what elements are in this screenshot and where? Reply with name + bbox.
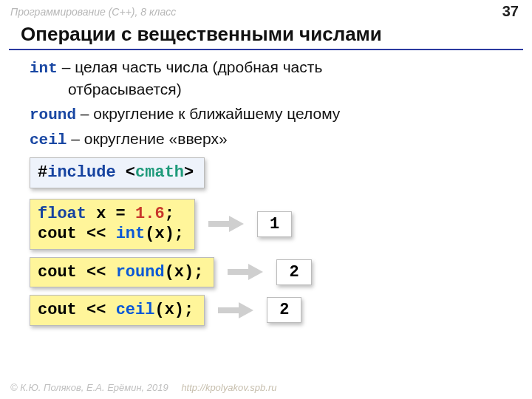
- tok-arg1: (x): [145, 225, 174, 243]
- footer-url: http://kpolyakov.spb.ru: [181, 382, 276, 393]
- tok-semi2: ;: [174, 225, 184, 243]
- row-ceil: cout << ceil(x); 2: [30, 295, 511, 326]
- tok-cout1: cout <<: [38, 225, 116, 243]
- kw-round: round: [30, 106, 76, 123]
- tok-intfn: int: [116, 225, 146, 243]
- tok-semi3: ;: [194, 263, 203, 282]
- result-ceil: 2: [267, 297, 301, 323]
- tok-arg2: (x): [165, 263, 194, 282]
- tok-gt: >: [184, 163, 194, 182]
- svg-marker-3: [248, 264, 263, 280]
- arrow-icon: [228, 262, 263, 282]
- tok-hash: #: [38, 163, 47, 182]
- tok-xeq: x =: [86, 205, 135, 223]
- arrow-icon: [208, 214, 244, 233]
- tok-include: include: [47, 163, 115, 182]
- code-include: #include <cmath>: [30, 157, 205, 188]
- arrow-icon: [218, 301, 253, 320]
- footer: © К.Ю. Поляков, Е.А. Ерёмин, 2019 http:/…: [10, 382, 276, 393]
- result-round: 2: [276, 259, 311, 285]
- tok-lt: <: [126, 163, 135, 182]
- def-round-text: – округление к ближайшему целому: [76, 105, 340, 122]
- copyright: © К.Ю. Поляков, Е.А. Ерёмин, 2019: [10, 382, 168, 393]
- row-int: float x = 1.6; cout << int(x); 1: [30, 199, 511, 250]
- tok-float: float: [38, 205, 86, 223]
- page-number: 37: [502, 3, 519, 20]
- kw-ceil: ceil: [30, 132, 66, 149]
- def-int-cont: отбрасывается): [30, 80, 511, 99]
- code-int: float x = 1.6; cout << int(x);: [30, 199, 195, 250]
- tok-cmath: cmath: [135, 163, 184, 182]
- def-int-text: – целая часть числа (дробная часть: [58, 58, 323, 75]
- def-ceil: ceil – округление «вверх»: [30, 129, 511, 150]
- svg-marker-1: [229, 216, 244, 232]
- title-underline: [9, 49, 523, 50]
- tok-semi4: ;: [184, 301, 194, 319]
- tok-ceilfn: ceil: [116, 301, 155, 319]
- svg-rect-4: [218, 307, 239, 313]
- svg-rect-2: [228, 269, 248, 275]
- svg-marker-5: [239, 302, 253, 318]
- result-int: 1: [257, 211, 292, 237]
- tok-lit: 1.6: [135, 205, 165, 223]
- def-int: int – целая часть числа (дробная часть: [30, 58, 511, 78]
- code-round: cout << round(x);: [30, 257, 214, 288]
- tok-arg3: (x): [154, 301, 184, 319]
- code-area: #include <cmath> float x = 1.6; cout << …: [30, 157, 511, 326]
- svg-rect-0: [208, 221, 229, 227]
- tok-semi1: ;: [165, 205, 174, 223]
- tok-roundfn: round: [116, 263, 165, 282]
- kw-int: int: [30, 60, 58, 77]
- tok-space: [116, 163, 126, 182]
- course-label: Программирование (C++), 8 класс: [10, 6, 176, 18]
- code-ceil: cout << ceil(x);: [30, 295, 205, 326]
- tok-cout2: cout <<: [38, 263, 116, 282]
- def-round: round – округление к ближайшему целому: [30, 104, 511, 125]
- slide-header: Программирование (C++), 8 класс 37: [0, 0, 532, 21]
- content-area: int – целая часть числа (дробная часть о…: [0, 56, 532, 326]
- slide-title: Операции с вещественными числами: [0, 21, 532, 49]
- row-round: cout << round(x); 2: [30, 257, 511, 288]
- def-ceil-text: – округление «вверх»: [66, 130, 227, 147]
- tok-cout3: cout <<: [38, 301, 116, 319]
